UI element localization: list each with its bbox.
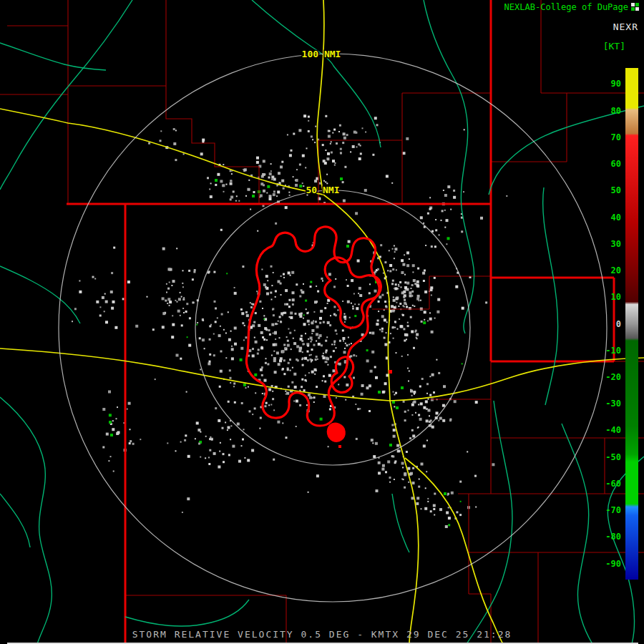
highway-lines <box>0 0 644 644</box>
radar-screen: 100 NMI 50 NMI NEXLAB-College of DuPage … <box>0 0 644 644</box>
product-code-label: NEXR <box>613 21 638 32</box>
colorbar <box>625 68 638 580</box>
range-ring-label-100: 100 NMI <box>302 49 341 59</box>
brand: NEXLAB-College of DuPage <box>504 2 640 12</box>
radar-map-canvas: 100 NMI 50 NMI <box>0 0 644 644</box>
units-label: [KT] <box>603 41 625 52</box>
radar-echoes <box>72 114 507 528</box>
range-rings <box>59 54 607 602</box>
brand-text: NEXLAB-College of DuPage <box>504 2 628 12</box>
county-borders <box>0 0 644 644</box>
cod-logo-icon <box>631 3 640 11</box>
caption: STORM RELATIVE VELOCITY 0.5 DEG - KMTX 2… <box>0 629 644 640</box>
range-ring-label-50: 50 NMI <box>306 185 340 195</box>
river-lines <box>0 0 644 644</box>
